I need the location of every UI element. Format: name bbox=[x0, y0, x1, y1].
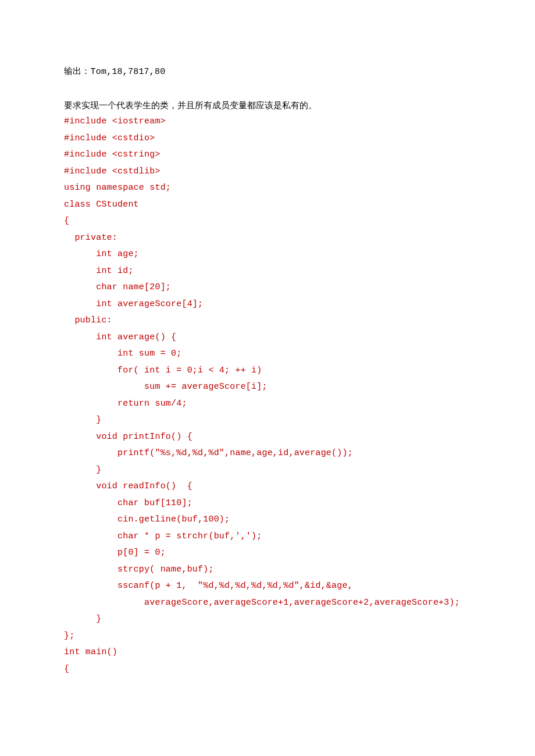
code-line: #include <iostream> bbox=[64, 113, 471, 130]
code-line: char buf[110]; bbox=[64, 495, 471, 512]
code-line: #include <cstdio> bbox=[64, 130, 471, 147]
code-line: int id; bbox=[64, 263, 471, 280]
code-line: int average() { bbox=[64, 329, 471, 346]
code-line: public: bbox=[64, 313, 471, 329]
code-line: return sum/4; bbox=[64, 396, 471, 413]
code-line: char * p = strchr(buf,','); bbox=[64, 528, 471, 545]
code-line: }; bbox=[64, 628, 471, 645]
code-line: private: bbox=[64, 230, 471, 247]
code-line: strcpy( name,buf); bbox=[64, 562, 471, 578]
code-line: sscanf(p + 1, "%d,%d,%d,%d,%d,%d",&id,&a… bbox=[64, 578, 471, 595]
code-line: printf("%s,%d,%d,%d",name,age,id,average… bbox=[64, 445, 471, 462]
code-line: } bbox=[64, 611, 471, 628]
code-line: } bbox=[64, 412, 471, 429]
code-line: averageScore,averageScore+1,averageScore… bbox=[64, 595, 471, 612]
code-line: } bbox=[64, 462, 471, 479]
code-line: void printInfo() { bbox=[64, 429, 471, 446]
code-line: for( int i = 0;i < 4; ++ i) bbox=[64, 363, 471, 379]
code-line: #include <cstring> bbox=[64, 147, 471, 164]
code-line: void readInfo() { bbox=[64, 478, 471, 495]
description-line: 要求实现一个代表学生的类，并且所有成员变量都应该是私有的。 bbox=[64, 97, 471, 114]
document-page: 输出：Tom,18,7817,80 要求实现一个代表学生的类，并且所有成员变量都… bbox=[0, 0, 535, 677]
code-line: #include <cstdlib> bbox=[64, 164, 471, 180]
code-block: #include <iostream>#include <cstdio>#inc… bbox=[64, 113, 471, 677]
code-line: int main() bbox=[64, 644, 471, 661]
code-line: { bbox=[64, 661, 471, 678]
code-line: int averageScore[4]; bbox=[64, 296, 471, 313]
code-line: char name[20]; bbox=[64, 279, 471, 296]
code-line: { bbox=[64, 213, 471, 230]
code-line: class CStudent bbox=[64, 197, 471, 214]
code-line: int age; bbox=[64, 246, 471, 263]
code-line: sum += averageScore[i]; bbox=[64, 379, 471, 396]
code-line: int sum = 0; bbox=[64, 346, 471, 363]
code-line: p[0] = 0; bbox=[64, 545, 471, 562]
blank-line bbox=[64, 81, 471, 97]
output-line: 输出：Tom,18,7817,80 bbox=[64, 64, 471, 81]
code-line: cin.getline(buf,100); bbox=[64, 512, 471, 528]
code-line: using namespace std; bbox=[64, 180, 471, 197]
